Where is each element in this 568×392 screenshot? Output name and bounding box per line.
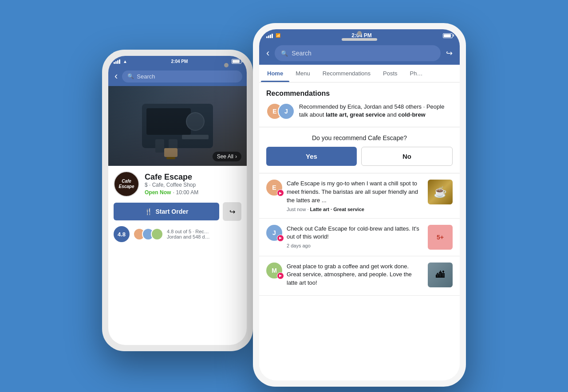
front-phone-screen: 📶 2:04 PM ‹ 🔍 Search [259,29,460,380]
rating-avatar-3 [151,228,163,240]
front-search-text: Search [292,50,311,57]
signal-bar-2 [115,61,117,64]
photos-thumb-image: 🏙 [428,263,453,287]
rating-avatars [133,228,163,240]
signal-bar-3 [117,60,118,64]
back-phone: ▲ 2:04 PM ‹ 🔍 Search [102,50,253,351]
recommendations-friends: E J Recommended by Erica, Jordan and 548… [266,103,453,120]
cafe-price: $ [145,182,148,188]
front-signal-3 [270,35,271,38]
review-avatar-3: M ▶ [266,263,282,278]
back-phone-screen: ▲ 2:04 PM ‹ 🔍 Search [108,56,247,345]
front-content: Recommendations E J Re [259,82,460,380]
tab-recommendations[interactable]: Recommendations [316,65,377,82]
review-play-badge-3: ▶ [277,272,284,279]
front-wifi-icon: 📶 [276,33,280,38]
front-tabs: Home Menu Recommendations Posts Ph… [259,65,460,82]
see-all-label: See All [217,153,233,160]
front-fb-nav: ‹ 🔍 Search ↪ [259,42,460,65]
review-text-2: Check out Cafe Escape for cold-brew and … [287,225,423,242]
no-button[interactable]: No [361,147,453,166]
cafe-type: $ · Cafe, Coffee Shop [145,182,198,188]
review-meta-1: Just now · Latte art · Great service [287,207,423,212]
review-body-3: Great place to grab a coffee and get wor… [287,263,423,290]
action-buttons-row: 🍴 Start Order ↪ [108,202,247,226]
cafe-info-section: CafeEscape Cafe Escape $ · Cafe, Coffee … [108,166,247,202]
back-search-text: Search [137,73,155,80]
back-battery-fill [233,60,240,63]
review-item-3: M ▶ Great place to grab a coffee and get… [259,256,460,296]
review-play-badge-1: ▶ [277,189,284,196]
see-all-chevron: › [235,153,237,160]
review-thumb-1: ☕ [428,180,453,204]
back-battery-icon [232,59,241,64]
back-status-time: 2:04 PM [171,59,188,64]
tab-posts[interactable]: Posts [377,65,404,82]
front-battery-icon [443,33,453,38]
cafe-hero-image: See All › [108,86,247,166]
rec-friend-text: Recommended by Erica, Jordan and 548 oth… [299,103,453,119]
cafe-logo: CafeEscape [114,171,139,197]
tab-home[interactable]: Home [261,65,289,82]
jordan-avatar-initial: J [279,104,294,119]
tab-menu[interactable]: Menu [289,65,316,82]
front-signal-icon [266,33,273,38]
back-camera [224,63,229,67]
cafe-logo-text: CafeEscape [118,179,134,189]
back-wifi-icon: ▲ [123,59,127,64]
review-body-2: Check out Cafe Escape for cold-brew and … [287,225,423,249]
review-time-1: Just now [287,207,306,212]
review-text-1: Cafe Escape is my go-to when I want a ch… [287,180,423,205]
front-status-left: 📶 [266,33,280,38]
cafe-name: Cafe Escape [145,172,198,182]
front-share-button[interactable]: ↪ [444,47,454,60]
front-back-button[interactable]: ‹ [264,46,271,61]
review-body-1: Cafe Escape is my go-to when I want a ch… [287,180,423,212]
back-search-icon: 🔍 [127,73,134,79]
cafe-status-row: Open Now · 10:00 AM [145,188,198,196]
cafe-separator: · [149,182,152,188]
front-battery-fill [444,34,451,37]
review-text-3: Great place to grab a coffee and get wor… [287,263,423,288]
fork-knife-icon: 🍴 [145,208,152,215]
recommend-buttons: Yes No [266,147,453,166]
review-item-2: J ▶ Check out Cafe Escape for cold-brew … [259,219,460,256]
front-camera [357,31,362,35]
rating-badge: 4.8 [114,226,130,242]
review-thumb-2: 5+ [428,225,453,250]
yes-button[interactable]: Yes [266,147,357,166]
recommendations-section: Recommendations E J Re [259,82,460,127]
rating-row: 4.8 4.8 out of 5 · Rec…Jordan and 548 d… [108,226,247,242]
rec-friend-avatars: E J [266,103,295,120]
review-time-2: 2 days ago [287,243,311,248]
share-button[interactable]: ↪ [223,202,241,221]
review-thumb-3: 🏙 [428,263,453,287]
review-item-1: E ▶ Cafe Escape is my go-to when I want … [259,173,460,219]
counter-thumb-image: 5+ [428,225,453,250]
front-search-icon: 🔍 [281,50,288,57]
front-signal-4 [272,34,273,38]
cafe-category: Cafe, Coffee Shop [152,182,196,188]
back-signal-icon [114,59,120,64]
cafe-hours: · 10:00 AM [173,189,198,196]
review-play-badge-2: ▶ [277,235,284,242]
back-back-button[interactable]: ‹ [113,69,119,84]
tab-photos[interactable]: Ph… [404,65,429,82]
back-nav-bar: ‹ 🔍 Search [108,67,247,86]
front-search-bar[interactable]: 🔍 Search [275,45,441,61]
rec-avatar-jordan: J [278,103,295,120]
back-search-bar[interactable]: 🔍 Search [122,71,242,82]
review-avatar-1: E ▶ [266,180,282,196]
front-status-right [443,33,453,38]
front-signal-1 [266,36,268,38]
recommend-question-section: Do you recommend Cafe Escape? Yes No [259,127,460,173]
start-order-button[interactable]: 🍴 Start Order [114,203,219,220]
rating-value: 4.8 [118,231,126,238]
signal-bar-4 [119,59,120,64]
see-all-button[interactable]: See All › [213,152,241,161]
recommend-question-text: Do you recommend Cafe Escape? [266,134,453,141]
front-phone: 📶 2:04 PM ‹ 🔍 Search [253,23,466,387]
back-status-left: ▲ [114,59,127,64]
review-meta-2: 2 days ago [287,243,423,248]
signal-bar-1 [114,62,115,64]
